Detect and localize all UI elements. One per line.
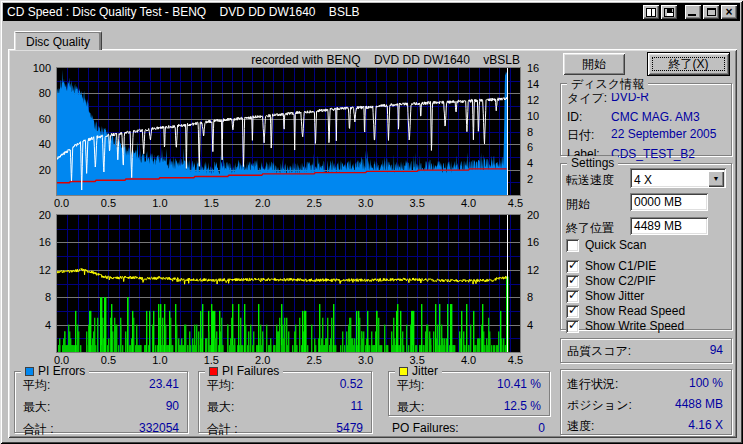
max-label: 最大: (207, 399, 234, 416)
axis-tick-label: 4 (527, 157, 533, 169)
position-value: 4488 MB (675, 397, 723, 414)
disc-id-label: ID: (567, 110, 611, 124)
position-label: ポジション: (567, 397, 632, 414)
jitter-max: 12.5 % (504, 399, 541, 416)
axis-tick-label: 3.5 (409, 197, 424, 209)
checkbox-box[interactable] (566, 290, 579, 303)
axis-tick-label: 10 (527, 110, 539, 122)
checkbox-show-jitter[interactable]: Show Jitter (566, 289, 644, 303)
pi-failures-box: PI Failures 平均:0.52 最大:11 合計 :5479 (198, 371, 372, 433)
checkbox-label: Quick Scan (585, 238, 646, 252)
start-pos-input[interactable]: 0000 MB (630, 193, 708, 211)
checkbox-show-c1-pie[interactable]: Show C1/PIE (566, 259, 656, 273)
total-label: 合計 : (23, 421, 54, 438)
jitter-title: Jitter (412, 364, 438, 378)
axis-tick-label: 40 (39, 138, 51, 150)
pi-failures-avg: 0.52 (340, 377, 363, 394)
jitter-box: Jitter 平均:10.41 % 最大:12.5 % (388, 371, 550, 416)
checkbox-box[interactable] (566, 320, 579, 333)
max-label: 最大: (397, 399, 424, 416)
close-icon: × (725, 6, 732, 18)
recorded-with-text: recorded with BENQ DVD DD DW1640 vBSLB (57, 53, 520, 67)
axis-tick-label: 20 (39, 209, 51, 221)
speed-combobox[interactable]: 4 X ▼ (630, 168, 726, 188)
title-bar[interactable]: CD Speed : Disc Quality Test - BENQ DVD … (3, 3, 740, 21)
axis-tick-label: 4.0 (461, 354, 476, 366)
bottom-right-axis: 20161284 (524, 209, 550, 346)
axis-tick-label: 16 (527, 236, 539, 248)
save-button[interactable] (661, 5, 677, 19)
checkbox-show-write-speed[interactable]: Show Write Speed (566, 319, 684, 333)
po-failures-value: 0 (538, 421, 545, 435)
po-failures-label: PO Failures: (392, 421, 459, 435)
axis-tick-label: 0.5 (101, 197, 116, 209)
pi-errors-max: 90 (166, 399, 179, 416)
top-left-axis: 10080604020 (20, 62, 53, 189)
axis-tick-label: 8 (527, 291, 533, 303)
minimize-icon (688, 14, 696, 16)
bottom-x-axis: 0.00.51.01.52.02.53.03.54.04.5 (57, 354, 520, 367)
axis-tick-label: 14 (527, 78, 539, 90)
exit-button[interactable]: 終了(X) (647, 52, 730, 76)
max-label: 最大: (23, 399, 50, 416)
progress-value: 100 % (689, 376, 723, 393)
avg-label: 平均: (207, 377, 234, 394)
pi-failures-max: 11 (351, 399, 363, 416)
checkbox-label: Show Write Speed (585, 319, 684, 333)
speed-label: 転送速度 (566, 172, 614, 189)
pi-failures-total: 5479 (336, 421, 363, 438)
end-pos-input[interactable]: 4489 MB (630, 217, 708, 235)
quality-chart-bottom (56, 214, 521, 353)
quality-score-value: 94 (710, 343, 723, 360)
checkbox-box[interactable] (566, 239, 579, 252)
axis-tick-label: 2.0 (255, 197, 270, 209)
report-icon (646, 8, 656, 17)
tab-label: Disc Quality (26, 35, 90, 49)
axis-tick-label: 4.0 (461, 197, 476, 209)
axis-tick-label: 8 (527, 126, 533, 138)
checkbox-box[interactable] (566, 305, 579, 318)
start-button[interactable]: 開始 (563, 53, 625, 75)
pi-failures-title: PI Failures (222, 364, 279, 378)
avg-label: 平均: (23, 377, 50, 394)
pi-errors-total: 332054 (139, 421, 179, 438)
app-window: CD Speed : Disc Quality Test - BENQ DVD … (0, 0, 743, 444)
maximize-icon (707, 8, 716, 16)
tab-disc-quality[interactable]: Disc Quality (14, 31, 102, 50)
axis-tick-label: 2.5 (307, 354, 322, 366)
axis-tick-label: 12 (527, 94, 539, 106)
axis-tick-label: 12 (527, 264, 539, 276)
minimize-button[interactable] (685, 5, 701, 19)
quality-score-box: 品質スコア: 94 (560, 338, 732, 363)
checkbox-box[interactable] (566, 260, 579, 273)
quality-chart-top (56, 67, 521, 196)
axis-tick-label: 12 (39, 264, 51, 276)
axis-tick-label: 1.0 (152, 197, 167, 209)
checkbox-show-read-speed[interactable]: Show Read Speed (566, 304, 685, 318)
maximize-button[interactable] (703, 5, 719, 19)
axis-tick-label: 3.0 (358, 197, 373, 209)
checkbox-label: Show Jitter (585, 289, 644, 303)
checkbox-box[interactable] (566, 275, 579, 288)
end-pos-label: 終了位置 (566, 220, 614, 237)
progress-box: 進行状況:100 % ポジション:4488 MB 速度:4.16 X (560, 369, 732, 435)
axis-tick-label: 20 (527, 209, 539, 221)
axis-tick-label: 2.5 (307, 197, 322, 209)
axis-tick-label: 1.5 (204, 197, 219, 209)
focus-rect (652, 57, 725, 71)
checkbox-show-c2-pif[interactable]: Show C2/PIF (566, 274, 656, 288)
chevron-down-icon[interactable]: ▼ (708, 171, 724, 187)
settings-title: Settings (571, 156, 614, 170)
total-label: 合計 : (207, 421, 238, 438)
close-button[interactable]: × (721, 5, 737, 19)
report-button[interactable] (643, 5, 659, 19)
checkbox-quick-scan[interactable]: Quick Scan (566, 238, 646, 252)
axis-tick-label: 20 (39, 164, 51, 176)
avg-label: 平均: (397, 377, 424, 394)
pi-errors-title: PI Errors (38, 364, 85, 378)
axis-tick-label: 0.5 (101, 354, 116, 366)
axis-tick-label: 100 (33, 62, 51, 74)
checkbox-label: Show Read Speed (585, 304, 685, 318)
quality-chart-bottom-canvas (56, 214, 521, 353)
axis-tick-label: 4 (527, 319, 533, 331)
